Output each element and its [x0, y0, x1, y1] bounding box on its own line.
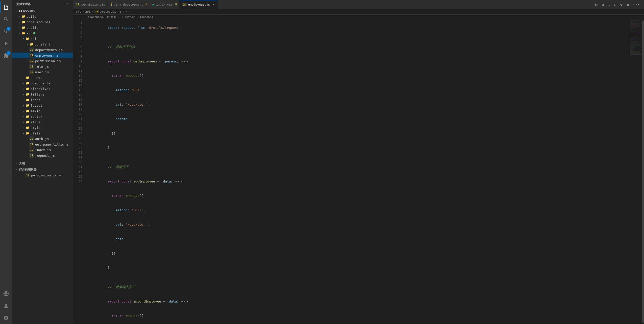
tab-index-vue-label: index.vue [156, 3, 172, 6]
sidebar-item-role-js[interactable]: JS role.js [12, 64, 73, 69]
code-editor[interactable]: import request from '@/utils/request' //… [85, 19, 629, 324]
sidebar-item-utils-label: utils [30, 131, 40, 135]
code-line-15: method: 'POST', [85, 203, 629, 217]
sidebar-item-components[interactable]: 📁 components [12, 80, 73, 86]
breadcrumb-filename: employees.js [100, 10, 122, 13]
sidebar-item-filters-label: filters [30, 92, 44, 96]
sidebar-item-get-page-title-js[interactable]: JS get-page-title.js [12, 142, 73, 147]
js-file-icon: JS [29, 64, 34, 69]
tab-employees-js-close[interactable]: × [211, 3, 215, 7]
breadcrumb-more[interactable]: ··· [126, 10, 131, 13]
code-line-17: data [85, 232, 629, 246]
breadcrumb-file[interactable]: JS employees.js [94, 10, 122, 13]
split-editor-button[interactable]: ⊞ [626, 2, 630, 8]
search-icon[interactable] [0, 13, 12, 25]
sidebar-item-departments-js-label: departments.js [34, 48, 63, 52]
sidebar-item-icons[interactable]: 📁 icons [12, 97, 73, 103]
tab-permission-js[interactable]: JS permission.js [73, 0, 108, 9]
sidebar-item-assets-label: assets [30, 76, 42, 80]
sidebar-item-index-js[interactable]: JS index.js [12, 147, 73, 153]
sidebar-item-filters[interactable]: 📁 filters [12, 91, 73, 97]
code-line-10: } [85, 141, 629, 155]
sidebar-item-request-js[interactable]: JS request.js [12, 153, 73, 158]
sidebar-item-build[interactable]: 📁 build [12, 14, 73, 19]
folder-icon: 📁 [25, 86, 30, 91]
sidebar-item-layout[interactable]: 📁 layout [12, 103, 73, 108]
sidebar-more-icon[interactable]: ··· [62, 2, 69, 6]
sidebar-item-styles[interactable]: 📁 styles [12, 125, 73, 130]
js-file-icon: JS [29, 53, 34, 58]
public-arrow-icon [17, 26, 21, 30]
components-arrow-icon [21, 81, 25, 85]
folder-icon: 📁 [21, 14, 26, 19]
sidebar-item-root[interactable]: CLASS305 [12, 8, 73, 14]
styles-arrow-icon [21, 126, 25, 130]
line-numbers: 12345 678910 1112131415 1617181920 21222… [73, 19, 85, 324]
more-actions-button[interactable]: ··· [632, 1, 641, 8]
sidebar-item-employees-js[interactable]: JS employees.js [12, 53, 73, 58]
breadcrumb-api[interactable]: api [85, 10, 91, 13]
empty-arrow [25, 48, 29, 52]
sidebar-item-directives[interactable]: 📁 directives [12, 86, 73, 91]
breadcrumb-src[interactable]: src [76, 10, 81, 13]
sidebar-item-departments-js[interactable]: JS departments.js [12, 47, 73, 53]
run-button[interactable]: ▷ [594, 1, 599, 8]
sidebar-item-router[interactable]: 📁 router [12, 114, 73, 119]
sidebar-item-utils[interactable]: 📂 utils [12, 130, 73, 136]
account-icon[interactable] [0, 300, 12, 312]
split-circle-button[interactable]: ○ [607, 2, 611, 8]
mixin-arrow-icon [21, 109, 25, 113]
code-line-18: }) [85, 246, 629, 261]
extensions-icon[interactable]: 3 [0, 50, 12, 62]
open-side-button[interactable]: ⊙ [619, 2, 623, 8]
sidebar-root-label: CLASS305 [18, 9, 35, 13]
folder-icon: 📁 [25, 92, 30, 97]
tab-employees-js[interactable]: JS employees.js × [180, 0, 218, 9]
sidebar-item-mixin-label: mixin [30, 109, 40, 113]
icons-arrow-icon [21, 98, 25, 102]
sidebar-bottom-sections: 大纲 打开的编辑器 JS permission.js src [12, 160, 73, 178]
go-back-button[interactable]: ↺ [601, 2, 605, 8]
sidebar-section-outline[interactable]: 大纲 [12, 160, 73, 166]
sidebar-item-icons-label: icons [30, 98, 40, 102]
sidebar-item-api[interactable]: 📂 api [12, 36, 73, 41]
code-line-3: // 获取员工列表 [85, 40, 629, 54]
tab-js-icon: JS [75, 3, 80, 6]
files-icon[interactable] [0, 1, 12, 13]
split-circle2-button[interactable]: ○ [613, 2, 617, 8]
empty-arrow [25, 137, 29, 141]
tab-dollar-icon: $ [110, 3, 112, 6]
sidebar-item-permission-js[interactable]: JS permission.js [12, 58, 73, 64]
sidebar-item-mixin[interactable]: 📁 mixin [12, 108, 73, 114]
sidebar-item-node-modules[interactable]: 📁 node_modules [12, 19, 73, 25]
tab-env-development[interactable]: $ .env.development M [108, 0, 150, 9]
minimap-scrollbar[interactable] [642, 20, 644, 323]
sidebar-item-user-js[interactable]: JS user.js [12, 69, 73, 75]
empty-arrow [25, 64, 29, 68]
sidebar-item-src[interactable]: 📂 src [12, 30, 73, 36]
sidebar-open-permission-js-label: permission.js [30, 173, 57, 177]
remote-icon[interactable] [0, 288, 12, 300]
sidebar-item-constant[interactable]: 📁 constant [12, 41, 73, 47]
breadcrumb-js-icon: JS [94, 10, 99, 13]
sidebar-item-assets[interactable]: 📁 assets [12, 75, 73, 80]
tab-index-vue[interactable]: ▶ index.vue M [150, 0, 179, 9]
js-file-icon: JS [29, 59, 34, 63]
minimap-content [629, 19, 644, 56]
settings-icon[interactable] [0, 312, 12, 324]
code-line-6: method: 'GET', [85, 83, 629, 97]
folder-open-icon: 📂 [21, 31, 26, 35]
sidebar-item-store[interactable]: 📁 store [12, 119, 73, 125]
sidebar-tree: CLASS305 📁 build 📁 node_modules 📁 public [12, 8, 73, 324]
sidebar-item-open-permission-js[interactable]: JS permission.js src [12, 172, 73, 178]
empty-arrow [25, 142, 29, 146]
sidebar-item-public[interactable]: 📁 public [12, 25, 73, 30]
run-debug-icon[interactable] [0, 37, 12, 50]
sidebar-item-styles-label: styles [30, 126, 42, 130]
source-control-icon[interactable]: 3 [0, 25, 12, 37]
build-arrow-icon [17, 14, 21, 18]
root-arrow-icon [14, 9, 18, 13]
sidebar-section-open-editors[interactable]: 打开的编辑器 [12, 166, 73, 172]
sidebar-item-auth-js[interactable]: JS auth.js [12, 136, 73, 142]
code-line-7: url: '/sys/user', [85, 97, 629, 112]
